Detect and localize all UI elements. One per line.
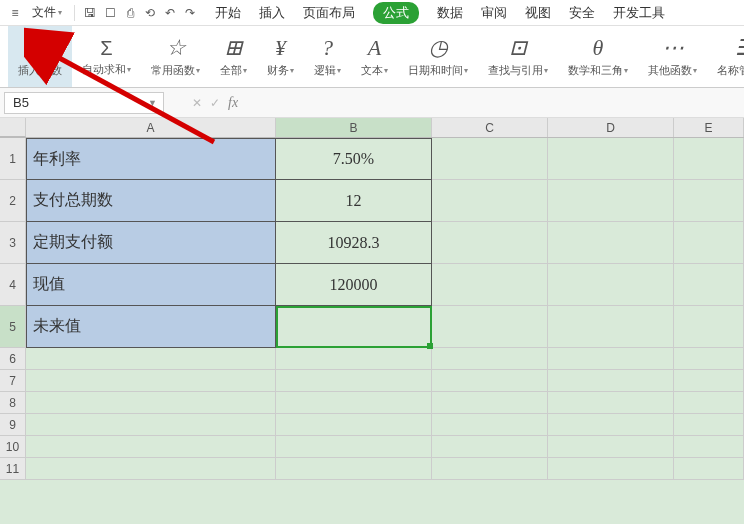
col-header-A[interactable]: A — [26, 118, 276, 137]
print-icon[interactable]: ⎙ — [123, 6, 137, 20]
fx-icon[interactable]: fx — [228, 95, 238, 111]
file-menu[interactable]: 文件▾ — [28, 4, 66, 21]
cell-A8[interactable] — [26, 392, 276, 414]
cell-D5[interactable] — [548, 306, 674, 348]
row-header-6[interactable]: 6 — [0, 348, 26, 370]
math-fn-button[interactable]: θ 数学和三角▾ — [558, 26, 638, 87]
logic-fn-button[interactable]: ? 逻辑▾ — [304, 26, 351, 87]
other-fn-button[interactable]: ⋯ 其他函数▾ — [638, 26, 707, 87]
tab-insert[interactable]: 插入 — [259, 4, 285, 22]
cell-E11[interactable] — [674, 458, 744, 480]
cell-C3[interactable] — [432, 222, 548, 264]
col-header-C[interactable]: C — [432, 118, 548, 137]
cell-A4[interactable]: 现值 — [26, 264, 276, 306]
cell-C1[interactable] — [432, 138, 548, 180]
tab-layout[interactable]: 页面布局 — [303, 4, 355, 22]
cell-E1[interactable] — [674, 138, 744, 180]
tab-view[interactable]: 视图 — [525, 4, 551, 22]
all-fn-button[interactable]: ⊞ 全部▾ — [210, 26, 257, 87]
cell-D4[interactable] — [548, 264, 674, 306]
cancel-icon[interactable]: ✕ — [192, 96, 202, 110]
datetime-fn-button[interactable]: ◷ 日期和时间▾ — [398, 26, 478, 87]
cell-C11[interactable] — [432, 458, 548, 480]
cell-A11[interactable] — [26, 458, 276, 480]
cell-D6[interactable] — [548, 348, 674, 370]
cell-E3[interactable] — [674, 222, 744, 264]
cell-B5[interactable] — [276, 306, 432, 348]
cell-E4[interactable] — [674, 264, 744, 306]
cell-A3[interactable]: 定期支付额 — [26, 222, 276, 264]
cell-A2[interactable]: 支付总期数 — [26, 180, 276, 222]
cell-D9[interactable] — [548, 414, 674, 436]
tab-data[interactable]: 数据 — [437, 4, 463, 22]
autosum-button[interactable]: Σ 自动求和▾ — [72, 26, 141, 87]
row-header-4[interactable]: 4 — [0, 264, 26, 306]
tab-security[interactable]: 安全 — [569, 4, 595, 22]
cell-B1[interactable]: 7.50% — [276, 138, 432, 180]
col-header-E[interactable]: E — [674, 118, 744, 137]
row-header-10[interactable]: 10 — [0, 436, 26, 458]
cell-B4[interactable]: 120000 — [276, 264, 432, 306]
cell-D1[interactable] — [548, 138, 674, 180]
row-header-1[interactable]: 1 — [0, 138, 26, 180]
col-header-B[interactable]: B — [276, 118, 432, 137]
cell-E2[interactable] — [674, 180, 744, 222]
cell-C7[interactable] — [432, 370, 548, 392]
row-header-5[interactable]: 5 — [0, 306, 26, 348]
cell-A9[interactable] — [26, 414, 276, 436]
select-all-corner[interactable] — [0, 118, 26, 137]
tab-review[interactable]: 审阅 — [481, 4, 507, 22]
name-box[interactable]: B5 ▼ — [4, 92, 164, 114]
cell-E6[interactable] — [674, 348, 744, 370]
cell-C8[interactable] — [432, 392, 548, 414]
cell-A1[interactable]: 年利率 — [26, 138, 276, 180]
cell-D11[interactable] — [548, 458, 674, 480]
cell-D8[interactable] — [548, 392, 674, 414]
tab-devtools[interactable]: 开发工具 — [613, 4, 665, 22]
row-header-3[interactable]: 3 — [0, 222, 26, 264]
row-header-2[interactable]: 2 — [0, 180, 26, 222]
row-header-7[interactable]: 7 — [0, 370, 26, 392]
cell-E9[interactable] — [674, 414, 744, 436]
cell-D3[interactable] — [548, 222, 674, 264]
undo-icon[interactable]: ↶ — [163, 6, 177, 20]
row-header-9[interactable]: 9 — [0, 414, 26, 436]
cell-E8[interactable] — [674, 392, 744, 414]
cell-D7[interactable] — [548, 370, 674, 392]
cell-C9[interactable] — [432, 414, 548, 436]
cell-B7[interactable] — [276, 370, 432, 392]
cell-C2[interactable] — [432, 180, 548, 222]
cell-C5[interactable] — [432, 306, 548, 348]
row-header-11[interactable]: 11 — [0, 458, 26, 480]
cell-C6[interactable] — [432, 348, 548, 370]
cell-B11[interactable] — [276, 458, 432, 480]
cell-C10[interactable] — [432, 436, 548, 458]
redo-icon[interactable]: ↷ — [183, 6, 197, 20]
lookup-fn-button[interactable]: ⊡ 查找与引用▾ — [478, 26, 558, 87]
col-header-D[interactable]: D — [548, 118, 674, 137]
common-fn-button[interactable]: ☆ 常用函数▾ — [141, 26, 210, 87]
finance-fn-button[interactable]: ¥ 财务▾ — [257, 26, 304, 87]
cell-B8[interactable] — [276, 392, 432, 414]
save-as-icon[interactable]: ☐ — [103, 6, 117, 20]
tab-start[interactable]: 开始 — [215, 4, 241, 22]
cell-A5[interactable]: 未来值 — [26, 306, 276, 348]
cell-D10[interactable] — [548, 436, 674, 458]
text-fn-button[interactable]: A 文本▾ — [351, 26, 398, 87]
cell-C4[interactable] — [432, 264, 548, 306]
row-header-8[interactable]: 8 — [0, 392, 26, 414]
spreadsheet[interactable]: A B C D E 1 年利率 7.50% 2 支付总期数 12 3 定期支付额… — [0, 118, 744, 524]
confirm-icon[interactable]: ✓ — [210, 96, 220, 110]
save-icon[interactable]: 🖫 — [83, 6, 97, 20]
hamburger-icon[interactable]: ≡ — [8, 6, 22, 20]
cell-A10[interactable] — [26, 436, 276, 458]
cell-E5[interactable] — [674, 306, 744, 348]
chevron-down-icon[interactable]: ▼ — [148, 98, 157, 108]
cell-B10[interactable] — [276, 436, 432, 458]
cell-D2[interactable] — [548, 180, 674, 222]
cell-B9[interactable] — [276, 414, 432, 436]
cell-B6[interactable] — [276, 348, 432, 370]
cell-E7[interactable] — [674, 370, 744, 392]
insert-function-button[interactable]: fx 插入函数 — [8, 26, 72, 87]
names-button[interactable]: ☰ 名称管理器 — [707, 26, 744, 87]
